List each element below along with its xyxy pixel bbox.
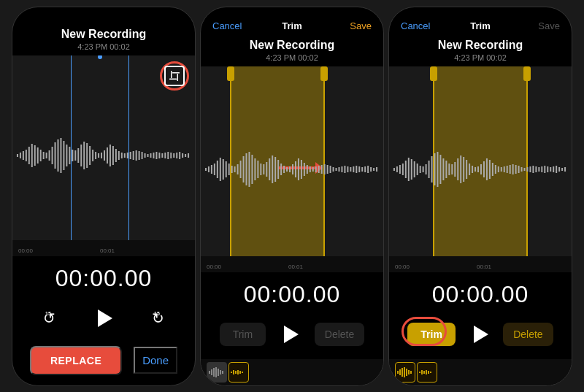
svg-rect-123	[370, 167, 372, 172]
svg-rect-68	[211, 165, 212, 174]
thumb-waveform-3b	[418, 365, 436, 380]
svg-rect-24	[86, 143, 88, 168]
svg-rect-191	[544, 166, 545, 173]
svg-rect-6	[34, 145, 36, 166]
svg-rect-153	[434, 153, 436, 185]
delete-btn-3[interactable]: Delete	[503, 323, 553, 346]
svg-rect-130	[218, 369, 219, 376]
svg-rect-75	[231, 166, 233, 173]
trim-handle-tl-2[interactable]	[227, 66, 234, 81]
svg-rect-189	[538, 167, 539, 172]
svg-rect-155	[439, 155, 441, 184]
svg-rect-78	[240, 161, 242, 178]
svg-rect-109	[330, 166, 331, 173]
recording-meta-2: 4:23 PM 00:02	[201, 53, 383, 62]
svg-rect-28	[98, 153, 99, 158]
play-btn-2[interactable]	[274, 318, 306, 350]
svg-rect-14	[58, 139, 59, 172]
svg-rect-98	[298, 158, 299, 180]
svg-rect-66	[205, 168, 207, 171]
save-btn-3[interactable]: Save	[538, 20, 560, 31]
svg-rect-180	[512, 164, 514, 174]
svg-rect-12	[52, 147, 53, 164]
delete-btn-2[interactable]: Delete	[315, 323, 364, 346]
recording-title-3: New Recording	[389, 39, 572, 52]
replace-button-1[interactable]: REPLACE	[30, 346, 122, 375]
svg-rect-61	[169, 78, 177, 80]
svg-rect-196	[558, 167, 560, 172]
svg-rect-210	[428, 371, 429, 374]
svg-rect-94	[286, 167, 288, 172]
thumb-item-3-1	[395, 362, 415, 383]
svg-rect-99	[301, 160, 302, 179]
svg-rect-34	[115, 149, 117, 162]
svg-rect-56	[179, 152, 180, 159]
svg-rect-132	[222, 371, 223, 374]
svg-rect-150	[426, 164, 427, 174]
svg-rect-165	[469, 164, 470, 175]
trim-handle-tl-3[interactable]	[430, 66, 437, 81]
svg-rect-142	[402, 164, 404, 175]
skip-forward-btn-1[interactable]: ↻15	[152, 310, 164, 327]
svg-rect-86	[263, 164, 264, 174]
recording-header-3: New Recording 4:23 PM 00:02	[389, 36, 572, 66]
trim-action-btn-3[interactable]: Trim	[407, 323, 456, 346]
svg-rect-133	[231, 372, 232, 373]
skip-back-btn-1[interactable]: ↺15	[43, 310, 55, 327]
trim-handle-tr-2[interactable]	[320, 66, 328, 81]
svg-rect-125	[376, 167, 377, 172]
cancel-btn-3[interactable]: Cancel	[401, 20, 430, 31]
svg-rect-136	[237, 370, 239, 374]
svg-rect-3	[26, 150, 27, 161]
svg-rect-140	[396, 166, 398, 172]
svg-rect-19	[72, 150, 73, 161]
play-btn-1[interactable]	[88, 302, 120, 334]
svg-rect-193	[550, 167, 551, 172]
svg-rect-72	[223, 159, 224, 180]
trim-action-btn-2[interactable]: Trim	[220, 323, 266, 346]
svg-rect-77	[237, 164, 239, 174]
svg-rect-47	[153, 153, 154, 158]
svg-rect-172	[489, 160, 491, 179]
svg-rect-166	[472, 166, 473, 173]
svg-rect-80	[246, 153, 247, 185]
svg-rect-124	[373, 168, 374, 171]
cancel-btn-2[interactable]: Cancel	[212, 20, 242, 31]
svg-rect-11	[49, 150, 50, 161]
crop-icon-1[interactable]	[164, 66, 185, 86]
svg-rect-198	[564, 167, 566, 172]
waveform-svg-1	[12, 134, 195, 177]
svg-rect-138	[242, 372, 243, 373]
svg-rect-42	[139, 151, 140, 160]
play-icon-2	[284, 326, 299, 343]
svg-rect-1	[20, 153, 21, 158]
svg-rect-167	[474, 167, 476, 172]
panel-2: Cancel Trim Save New Recording 4:23 PM 0…	[200, 7, 384, 386]
svg-rect-144	[408, 158, 410, 181]
svg-rect-184	[524, 168, 526, 171]
thumb-waveform-2b	[230, 365, 247, 380]
notch	[71, 7, 137, 18]
svg-rect-60	[171, 71, 172, 78]
svg-rect-159	[451, 164, 453, 174]
svg-rect-186	[529, 166, 531, 172]
svg-rect-7	[37, 147, 39, 164]
svg-rect-131	[220, 370, 221, 374]
svg-rect-55	[176, 153, 177, 158]
svg-rect-145	[411, 159, 412, 180]
svg-rect-69	[214, 164, 215, 175]
svg-rect-147	[417, 164, 418, 175]
svg-rect-97	[295, 161, 296, 177]
skip-forward-icon-1: ↻15	[152, 310, 164, 327]
svg-rect-39	[130, 152, 131, 159]
play-btn-3[interactable]	[464, 318, 496, 350]
svg-rect-112	[338, 167, 339, 172]
done-button-1[interactable]: Done	[134, 347, 177, 374]
save-btn-2[interactable]: Save	[350, 20, 372, 31]
svg-rect-46	[150, 153, 151, 158]
svg-rect-119	[358, 166, 360, 172]
waveform-bg-3	[389, 66, 572, 272]
thumb-waveform-2	[208, 365, 226, 380]
svg-rect-175	[498, 166, 499, 172]
trim-handle-tr-3[interactable]	[523, 66, 531, 81]
